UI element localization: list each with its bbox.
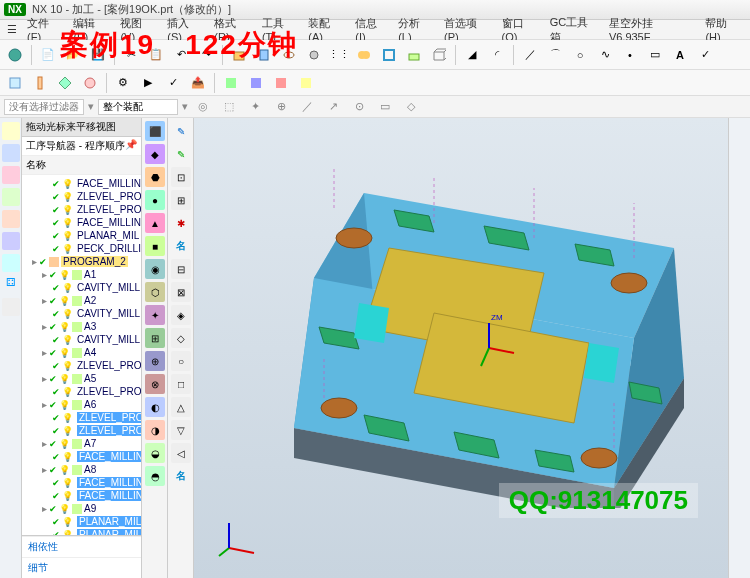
tc4-icon[interactable]: ● bbox=[145, 190, 165, 210]
tree-item-5[interactable]: ✔💡PECK_DRILLI bbox=[24, 242, 139, 255]
nav-operation-icon[interactable] bbox=[2, 122, 20, 140]
revolve-icon[interactable] bbox=[278, 44, 300, 66]
create-op-icon[interactable]: ⚙ bbox=[112, 72, 134, 94]
rect-icon[interactable]: ▭ bbox=[644, 44, 666, 66]
tool-icon[interactable] bbox=[29, 72, 51, 94]
cut-icon[interactable]: ✂ bbox=[120, 44, 142, 66]
tc13-icon[interactable]: ◐ bbox=[145, 397, 165, 417]
tc2-2-icon[interactable]: ✎ bbox=[171, 144, 191, 164]
tree-item-22[interactable]: ▸✔💡A8 bbox=[24, 463, 139, 476]
arc-icon[interactable]: ⌒ bbox=[544, 44, 566, 66]
app-menu-icon[interactable]: ☰ bbox=[4, 22, 20, 38]
verify-icon[interactable]: ✓ bbox=[162, 72, 184, 94]
postprocess-icon[interactable]: 📤 bbox=[187, 72, 209, 94]
tree-item-10[interactable]: ✔💡CAVITY_MILL bbox=[24, 307, 139, 320]
nav-browser-icon[interactable] bbox=[2, 254, 20, 272]
start-button[interactable] bbox=[4, 44, 26, 66]
filter-btn2[interactable]: ⬚ bbox=[218, 96, 240, 118]
tc14-icon[interactable]: ◑ bbox=[145, 420, 165, 440]
tree-item-7[interactable]: ▸✔💡A1 bbox=[24, 268, 139, 281]
viewport[interactable]: ZM QQ:913147075 bbox=[194, 118, 728, 578]
tree-item-26[interactable]: ✔💡PLANAR_MIL bbox=[24, 515, 139, 528]
tree-item-3[interactable]: ✔💡FACE_MILLIN bbox=[24, 216, 139, 229]
save-icon[interactable]: 💾 bbox=[87, 44, 109, 66]
tc2-11-icon[interactable]: ○ bbox=[171, 351, 191, 371]
nav-footer-deps[interactable]: 相依性 bbox=[22, 536, 141, 557]
nav-constraint-icon[interactable] bbox=[2, 188, 20, 206]
tree-item-16[interactable]: ✔💡ZLEVEL_PRO bbox=[24, 385, 139, 398]
tc9-icon[interactable]: ✦ bbox=[145, 305, 165, 325]
tc2-14-icon[interactable]: ▽ bbox=[171, 420, 191, 440]
chamfer-icon[interactable]: ◢ bbox=[461, 44, 483, 66]
tree-item-24[interactable]: ✔💡FACE_MILLIN bbox=[24, 489, 139, 502]
tc11-icon[interactable]: ⊕ bbox=[145, 351, 165, 371]
pattern-icon[interactable]: ⋮⋮ bbox=[328, 44, 350, 66]
shell-icon[interactable] bbox=[378, 44, 400, 66]
filter-btn5[interactable]: ／ bbox=[296, 96, 318, 118]
tree-item-21[interactable]: ✔💡FACE_MILLIN bbox=[24, 450, 139, 463]
filter-btn3[interactable]: ✦ bbox=[244, 96, 266, 118]
line-icon[interactable]: ／ bbox=[519, 44, 541, 66]
tc7-icon[interactable]: ◉ bbox=[145, 259, 165, 279]
point-icon[interactable]: • bbox=[619, 44, 641, 66]
tree-item-18[interactable]: ✔💡ZLEVEL_PRO bbox=[24, 411, 139, 424]
unite-icon[interactable] bbox=[353, 44, 375, 66]
view-triad[interactable] bbox=[214, 508, 264, 558]
tree-item-15[interactable]: ▸✔💡A5 bbox=[24, 372, 139, 385]
tc16-icon[interactable]: ◓ bbox=[145, 466, 165, 486]
tc2-15-icon[interactable]: ◁ bbox=[171, 443, 191, 463]
tc2-icon[interactable]: ◆ bbox=[145, 144, 165, 164]
tree-item-14[interactable]: ✔💡ZLEVEL_PRO bbox=[24, 359, 139, 372]
filter-btn4[interactable]: ⊕ bbox=[270, 96, 292, 118]
view3-icon[interactable] bbox=[270, 72, 292, 94]
tc2-6-icon[interactable]: 名 bbox=[171, 236, 191, 256]
tree-item-6[interactable]: ▸✔PROGRAM_2 bbox=[24, 255, 139, 268]
text-icon[interactable]: A bbox=[669, 44, 691, 66]
generate-icon[interactable]: ▶ bbox=[137, 72, 159, 94]
tree-item-9[interactable]: ▸✔💡A2 bbox=[24, 294, 139, 307]
nav-tree[interactable]: ✔💡FACE_MILLIN✔💡ZLEVEL_PRO✔💡ZLEVEL_PRO✔💡F… bbox=[22, 175, 141, 535]
geometry-icon[interactable] bbox=[54, 72, 76, 94]
open-icon[interactable]: 📂 bbox=[62, 44, 84, 66]
tc2-9-icon[interactable]: ◈ bbox=[171, 305, 191, 325]
tc2-4-icon[interactable]: ⊞ bbox=[171, 190, 191, 210]
nav-history-icon[interactable] bbox=[2, 232, 20, 250]
tc8-icon[interactable]: ⬡ bbox=[145, 282, 165, 302]
undo-icon[interactable]: ↶ bbox=[170, 44, 192, 66]
filter-btn1[interactable]: ◎ bbox=[192, 96, 214, 118]
fillet-icon[interactable]: ◜ bbox=[486, 44, 508, 66]
tree-item-4[interactable]: ✔💡PLANAR_MIL bbox=[24, 229, 139, 242]
nav-pin-icon[interactable]: 📌 bbox=[125, 139, 137, 153]
view4-icon[interactable] bbox=[295, 72, 317, 94]
extrude-icon[interactable] bbox=[253, 44, 275, 66]
tc2-13-icon[interactable]: △ bbox=[171, 397, 191, 417]
tc15-icon[interactable]: ◒ bbox=[145, 443, 165, 463]
nav-part-icon[interactable] bbox=[2, 144, 20, 162]
tc10-icon[interactable]: ⊞ bbox=[145, 328, 165, 348]
filter-btn7[interactable]: ⊙ bbox=[348, 96, 370, 118]
trim-icon[interactable]: ✓ bbox=[694, 44, 716, 66]
filter-input[interactable] bbox=[4, 99, 84, 115]
tc2-10-icon[interactable]: ◇ bbox=[171, 328, 191, 348]
nav-assembly-icon[interactable] bbox=[2, 166, 20, 184]
tree-item-13[interactable]: ▸✔💡A4 bbox=[24, 346, 139, 359]
filter-dropdown-icon[interactable]: ▾ bbox=[88, 100, 94, 113]
tree-item-27[interactable]: ✔💡PLANAR_MIL bbox=[24, 528, 139, 535]
filter-btn8[interactable]: ▭ bbox=[374, 96, 396, 118]
tc2-3-icon[interactable]: ⊡ bbox=[171, 167, 191, 187]
tree-item-20[interactable]: ▸✔💡A7 bbox=[24, 437, 139, 450]
tc12-icon[interactable]: ⊗ bbox=[145, 374, 165, 394]
tree-item-1[interactable]: ✔💡ZLEVEL_PRO bbox=[24, 190, 139, 203]
tree-item-12[interactable]: ✔💡CAVITY_MILL bbox=[24, 333, 139, 346]
view2-icon[interactable] bbox=[245, 72, 267, 94]
method-icon[interactable] bbox=[79, 72, 101, 94]
tc2-5-icon[interactable]: ✱ bbox=[171, 213, 191, 233]
spline-icon[interactable]: ∿ bbox=[594, 44, 616, 66]
filter-btn6[interactable]: ↗ bbox=[322, 96, 344, 118]
wireframe-icon[interactable] bbox=[428, 44, 450, 66]
nav-cloud-icon[interactable] bbox=[2, 298, 20, 316]
copy-icon[interactable]: 📋 bbox=[145, 44, 167, 66]
tree-item-19[interactable]: ✔💡ZLEVEL_PRO bbox=[24, 424, 139, 437]
tc2-1-icon[interactable]: ✎ bbox=[171, 121, 191, 141]
tc2-7-icon[interactable]: ⊟ bbox=[171, 259, 191, 279]
